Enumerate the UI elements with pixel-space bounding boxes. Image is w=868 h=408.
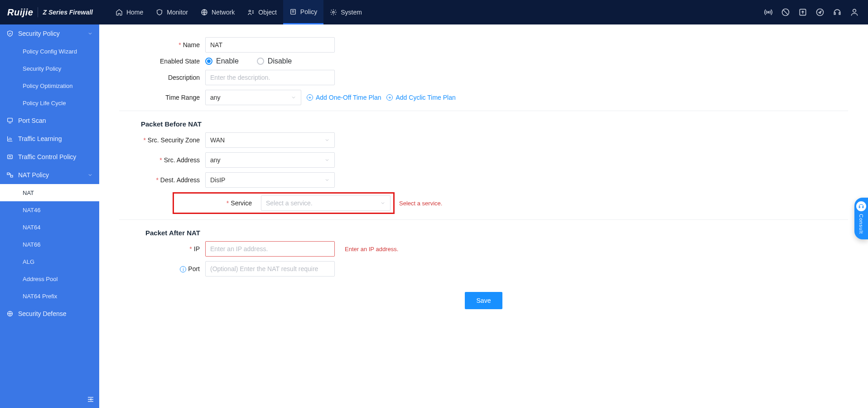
label-description: Description	[119, 74, 205, 81]
sidebar-section-label: Security Defense	[18, 310, 67, 317]
sidebar-section-nat-policy[interactable]: NAT Policy	[0, 166, 99, 184]
sidebar-item-nat64-prefix[interactable]: NAT64 Prefix	[0, 287, 99, 305]
shield-check-icon	[6, 30, 14, 37]
topbar-right	[764, 8, 868, 17]
chevron-down-icon	[324, 157, 330, 163]
service-select[interactable]: Select a service.	[261, 195, 391, 211]
section-title-before-nat: Packet Before NAT	[141, 120, 848, 128]
user-icon[interactable]	[850, 8, 859, 17]
sidebar-item-policy-optimization[interactable]: Policy Optimization	[0, 77, 99, 94]
nav-monitor[interactable]: Monitor	[149, 0, 194, 24]
add-one-off-time-plan-link[interactable]: + Add One-Off Time Plan	[307, 94, 381, 101]
name-input[interactable]	[205, 37, 335, 53]
home-icon	[116, 9, 123, 16]
top-nav: Home Monitor Network Object Policy	[109, 0, 368, 24]
main-content: *Name Enabled State Enable Disable	[99, 24, 868, 408]
src-address-select[interactable]: any	[205, 152, 335, 168]
label-name: *Name	[119, 41, 205, 49]
defense-icon	[6, 310, 14, 317]
label-src-address: *Src. Address	[119, 156, 205, 164]
svg-point-8	[853, 9, 856, 12]
gear-icon	[330, 9, 337, 16]
sidebar-item-address-pool[interactable]: Address Pool	[0, 270, 99, 287]
shield-icon	[156, 9, 163, 16]
sidebar-section-traffic-learning[interactable]: Traffic Learning	[0, 130, 99, 148]
src-zone-select[interactable]: WAN	[205, 132, 335, 148]
row-src-address: *Src. Address any	[119, 152, 848, 168]
section-divider	[119, 111, 848, 111]
nav-network[interactable]: Network	[194, 0, 241, 24]
label-port: iPort	[119, 265, 205, 273]
port-input[interactable]	[205, 261, 335, 277]
nav-label: Monitor	[167, 9, 188, 16]
sidebar-section-label: NAT Policy	[18, 171, 49, 179]
link-label: Add Cyclic Time Plan	[395, 94, 455, 101]
brand: Ruijie Z Series Firewall	[0, 7, 100, 18]
row-ip: *IP Enter an IP address.	[119, 241, 848, 257]
sidebar-collapse-button[interactable]	[86, 394, 96, 404]
sidebar-section-traffic-control[interactable]: Traffic Control Policy	[0, 148, 99, 166]
select-placeholder: Select a service.	[266, 199, 313, 207]
sidebar-item-nat46[interactable]: NAT46	[0, 201, 99, 219]
radio-dot-icon	[257, 58, 264, 65]
sidebar-section-label: Security Policy	[18, 30, 60, 37]
upload-icon[interactable]	[798, 8, 807, 17]
link-label: Add One-Off Time Plan	[316, 94, 381, 101]
nav-system[interactable]: System	[323, 0, 368, 24]
section-divider	[119, 219, 848, 220]
error-ip: Enter an IP address.	[345, 246, 398, 253]
chevron-down-icon	[87, 172, 93, 178]
description-input[interactable]	[205, 70, 335, 85]
nav-label: Network	[212, 9, 235, 16]
info-icon: i	[180, 266, 186, 272]
sidebar-section-security-policy[interactable]: Security Policy	[0, 24, 99, 43]
broadcast-icon[interactable]	[764, 8, 773, 17]
sidebar-item-policy-life-cycle[interactable]: Policy Life Cycle	[0, 94, 99, 112]
time-range-select[interactable]: any	[205, 90, 301, 105]
radio-enable[interactable]: Enable	[205, 57, 239, 65]
sidebar-item-nat64[interactable]: NAT64	[0, 219, 99, 236]
save-button[interactable]: Save	[465, 292, 503, 309]
svg-point-4	[767, 11, 769, 13]
ban-icon[interactable]	[781, 8, 790, 17]
row-time-range: Time Range any + Add One-Off Time Plan +…	[119, 90, 848, 105]
consult-icon	[856, 201, 866, 211]
add-cyclic-time-plan-link[interactable]: + Add Cyclic Time Plan	[386, 94, 455, 101]
chart-icon	[6, 135, 14, 142]
sidebar-item-nat66[interactable]: NAT66	[0, 236, 99, 253]
globe-icon	[201, 9, 208, 16]
nav-label: Object	[258, 9, 276, 16]
label-service: *Service	[177, 199, 256, 207]
ip-input[interactable]	[205, 241, 335, 257]
shell: Security Policy Policy Config Wizard Sec…	[0, 24, 868, 408]
label-ip: *IP	[119, 245, 205, 253]
nav-object[interactable]: Object	[241, 0, 283, 24]
consult-label: Consult	[858, 214, 864, 234]
nav-policy[interactable]: Policy	[283, 0, 323, 24]
chevron-down-icon	[87, 31, 93, 36]
compass-icon[interactable]	[815, 8, 825, 17]
policy-icon	[289, 8, 297, 15]
section-title-after-nat: Packet After NAT	[145, 229, 848, 237]
sidebar-item-alg[interactable]: ALG	[0, 253, 99, 270]
row-enabled-state: Enabled State Enable Disable	[119, 57, 848, 65]
sidebar-section-port-scan[interactable]: Port Scan	[0, 112, 99, 130]
headset-icon[interactable]	[833, 8, 842, 17]
row-service: *Service Select a service. Select a serv…	[119, 192, 848, 214]
sidebar-item-nat[interactable]: NAT	[0, 184, 99, 201]
sidebar-section-label: Traffic Learning	[18, 135, 62, 142]
svg-rect-12	[10, 175, 13, 177]
sidebar-item-policy-config-wizard[interactable]: Policy Config Wizard	[0, 43, 99, 60]
row-src-zone: *Src. Security Zone WAN	[119, 132, 848, 148]
nav-home[interactable]: Home	[109, 0, 149, 24]
sidebar-item-security-policy[interactable]: Security Policy	[0, 60, 99, 77]
consult-floating-button[interactable]: Consult	[854, 198, 868, 239]
radio-disable[interactable]: Disable	[257, 57, 292, 65]
dest-address-select[interactable]: DisIP	[205, 172, 335, 188]
radio-label: Enable	[216, 57, 239, 65]
topbar: Ruijie Z Series Firewall Home Monitor Ne…	[0, 0, 868, 24]
sidebar-section-security-defense[interactable]: Security Defense	[0, 305, 99, 323]
label-time-range: Time Range	[119, 94, 205, 101]
svg-point-3	[333, 11, 334, 13]
plus-circle-icon: +	[307, 94, 313, 101]
